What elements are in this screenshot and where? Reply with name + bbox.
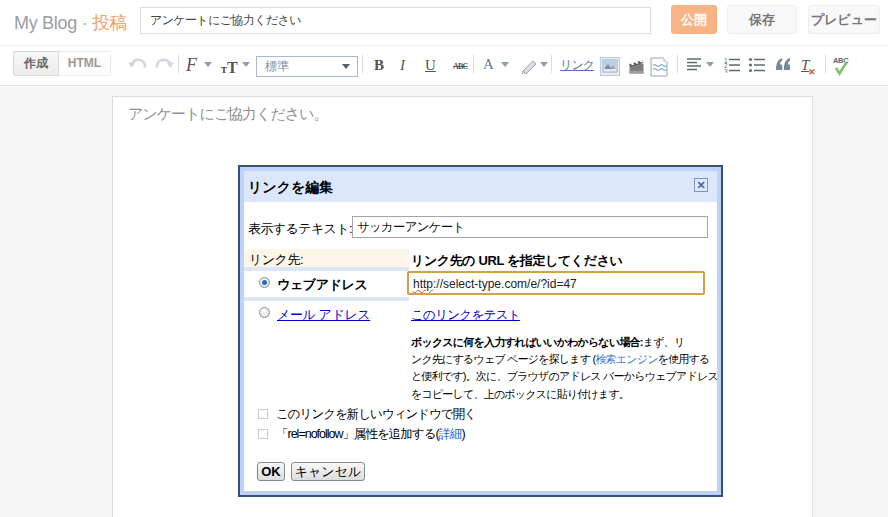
svg-text:3: 3 <box>724 68 728 74</box>
